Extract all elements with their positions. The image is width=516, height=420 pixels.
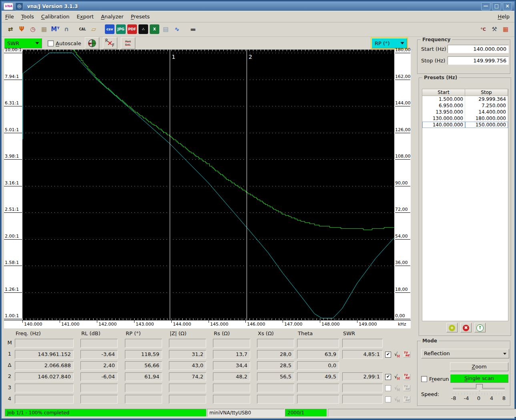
maximize-button[interactable]: □ [492, 2, 501, 10]
scale-control-bar: SWR Autoscale R ✕ F Port Ext. [2, 37, 413, 50]
window-menu-icon[interactable]: ◎ [15, 2, 23, 10]
color-palette-icon[interactable]: ▦ [501, 24, 510, 34]
magnet-icon[interactable]: ∩ [62, 24, 71, 34]
mode-select[interactable]: Reflection [421, 349, 509, 358]
calibration-cal-icon[interactable]: CAL [78, 24, 87, 34]
eraser-icon[interactable]: ▬ [188, 24, 198, 34]
checkbox-box[interactable] [48, 40, 54, 46]
menu-item-tools[interactable]: Tools [18, 12, 38, 21]
autoscale-checkbox[interactable]: Autoscale [48, 40, 81, 46]
start-frequency-field[interactable]: 140.000.000 [448, 45, 509, 53]
freq-tick [97, 320, 97, 323]
port-extension-button[interactable]: Port Ext. [121, 37, 135, 49]
presets-col-stop[interactable]: Stop [465, 89, 508, 96]
minimize-button[interactable]: — [481, 2, 490, 10]
freerun-checkbox[interactable]: Freerun [421, 376, 449, 382]
menu-item-help[interactable]: Help [493, 12, 514, 21]
sqrt-marker-icon[interactable]: √M [394, 385, 402, 392]
marker-visible-checkbox[interactable]: ✔ [385, 352, 391, 358]
swr-axis: 10,00:17.94:16.31:15.01:13.98:13.16:12.5… [4, 50, 22, 320]
toolbar: ⇄Ψ◷▦Mᵀ∩CAL▱csvJPGPDF∴X▤∿▬ °C⚒▦ [2, 22, 514, 37]
close-button[interactable]: × [503, 2, 512, 10]
sqrt-marker-icon[interactable]: √M [394, 374, 402, 381]
delete-preset-button-icon: ✖ [463, 325, 469, 331]
menu-item-file[interactable]: File [2, 12, 18, 21]
marker-cell [257, 339, 294, 348]
preset-row[interactable]: 6.950.0007.250.000 [422, 102, 508, 109]
plot-canvas[interactable]: 12 [22, 50, 394, 320]
tune-icon[interactable]: TUNE [403, 374, 410, 380]
autoscale-label: Autoscale [56, 40, 81, 46]
marker-cell: 118,59 [125, 350, 162, 359]
marker-cell: 13,7 [213, 350, 250, 359]
stop-hz-label: Stop (Hz) [421, 58, 445, 64]
freq-tick [171, 320, 172, 323]
delete-preset-button[interactable]: ✖ [460, 323, 472, 332]
marker-visible-checkbox[interactable]: ✔ [385, 374, 391, 380]
marker-cell: 43,0 [169, 361, 206, 370]
column-header-4: |Z| (Ω) [170, 330, 187, 336]
mode-panel: Mode Reflection Zoom Freerun Single scan… [417, 341, 511, 406]
export-snp-icon[interactable]: ∴ [139, 24, 148, 34]
tune-icon[interactable]: TUNE [403, 351, 410, 357]
scheduler-clock-icon[interactable]: ◷ [28, 24, 38, 34]
marker-cell [342, 339, 383, 348]
freq-tick [22, 320, 23, 323]
marker-2-line[interactable] [247, 50, 247, 320]
preset-row[interactable]: 140.000.000150.000.000 [422, 122, 508, 128]
sqrt-marker-icon[interactable]: √M [394, 351, 402, 358]
marker-visible-checkbox[interactable] [385, 396, 391, 402]
export-csv-icon[interactable]: csv [105, 24, 114, 34]
preset-row[interactable]: 13.950.00014.400.000 [422, 109, 508, 115]
tune-icon[interactable]: TUNE [403, 385, 410, 391]
sqrt-marker-icon[interactable]: √M [394, 396, 402, 403]
split-pane-divider[interactable] [412, 37, 415, 416]
samples-status: 2000/1 [285, 409, 327, 417]
freq-tick-label: 142.000 [98, 322, 117, 327]
export-xml-icon[interactable]: ▤ [161, 24, 171, 34]
smith-diagram-button[interactable] [85, 37, 99, 49]
apply-preset-button[interactable]: ↑ [474, 323, 486, 332]
export-pdf-icon[interactable]: PDF [127, 24, 137, 34]
preset-row[interactable]: 1.500.00029.999.364 [422, 96, 508, 102]
swr-tick-label: 5.01:1 [4, 127, 23, 133]
menu-item-export[interactable]: Export [73, 12, 98, 21]
open-folder-icon[interactable]: ▱ [89, 24, 98, 34]
preset-row[interactable]: 130.000.000180.000.000 [422, 115, 508, 122]
column-header-7: Theta [298, 330, 313, 336]
marker-cell: 61,94 [125, 372, 162, 381]
add-preset-button[interactable]: + [446, 323, 458, 332]
firmware-building-icon[interactable]: ▦ [39, 24, 49, 34]
chevron-down-icon [503, 353, 506, 356]
title-bar[interactable]: VNA ◎ vna/J Version 3.1.3 — □ × [2, 2, 514, 11]
generator-icon[interactable]: ⇄ [6, 24, 15, 34]
status-bar: Job 1/1 - 100% completed miniVNA/ttyUSB0… [2, 408, 514, 418]
menu-item-calibration[interactable]: Calibration [38, 12, 73, 21]
single-scan-button[interactable]: Single scan [450, 374, 508, 383]
marker-1-line[interactable] [170, 50, 170, 320]
export-jpg-icon[interactable]: JPG [116, 24, 126, 34]
export-chart-icon[interactable]: ∿ [172, 24, 182, 34]
antenna-icon[interactable]: Ψ [17, 24, 26, 34]
marker-cell [15, 384, 74, 392]
phase-tick-label: 108,00 [395, 154, 410, 160]
temperature-icon[interactable]: °C [478, 24, 488, 34]
frequency-axis: 140.000141.000142.000143.000144.000145.0… [4, 320, 411, 328]
marker-cell [169, 339, 206, 348]
checkbox-box[interactable] [421, 376, 427, 382]
tune-icon[interactable]: TUNE [403, 396, 410, 402]
menu-item-analyzer[interactable]: Analyzer [97, 12, 127, 21]
rf-off-button[interactable]: R ✕ F [103, 37, 117, 49]
marker-visible-checkbox[interactable] [385, 385, 391, 391]
extra-status [328, 409, 516, 417]
presets-col-start[interactable]: Start [422, 89, 465, 96]
marker-cell [213, 339, 250, 348]
stop-frequency-field[interactable]: 149.999.756 [448, 56, 509, 65]
settings-tools-icon[interactable]: ⚒ [490, 24, 499, 34]
export-xls-icon[interactable]: X [150, 24, 159, 34]
freq-tick-label: 145.000 [210, 322, 229, 327]
menu-item-presets[interactable]: Presets [127, 12, 153, 21]
zoom-button[interactable]: Zoom [450, 362, 508, 371]
multi-tune-icon[interactable]: Mᵀ [50, 24, 60, 34]
menu-bar: FileToolsCalibrationExportAnalyzerPreset… [2, 11, 514, 22]
